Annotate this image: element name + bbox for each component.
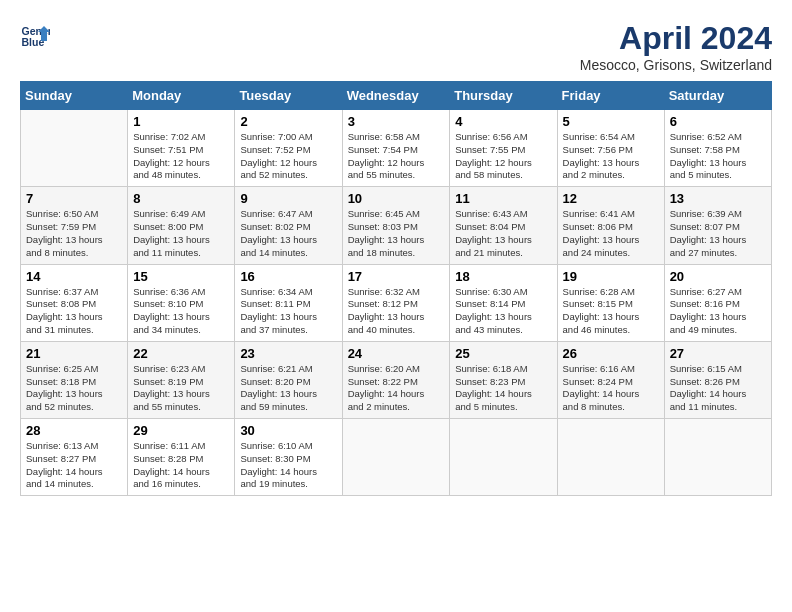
calendar-cell: 19Sunrise: 6:28 AMSunset: 8:15 PMDayligh… — [557, 264, 664, 341]
day-info: Sunrise: 6:43 AMSunset: 8:04 PMDaylight:… — [455, 208, 551, 259]
calendar-week-row: 14Sunrise: 6:37 AMSunset: 8:08 PMDayligh… — [21, 264, 772, 341]
calendar-cell: 21Sunrise: 6:25 AMSunset: 8:18 PMDayligh… — [21, 341, 128, 418]
calendar-cell: 2Sunrise: 7:00 AMSunset: 7:52 PMDaylight… — [235, 110, 342, 187]
day-number: 22 — [133, 346, 229, 361]
calendar-cell: 10Sunrise: 6:45 AMSunset: 8:03 PMDayligh… — [342, 187, 450, 264]
day-info: Sunrise: 6:27 AMSunset: 8:16 PMDaylight:… — [670, 286, 766, 337]
day-number: 6 — [670, 114, 766, 129]
day-number: 24 — [348, 346, 445, 361]
day-number: 23 — [240, 346, 336, 361]
day-info: Sunrise: 6:13 AMSunset: 8:27 PMDaylight:… — [26, 440, 122, 491]
day-info: Sunrise: 6:16 AMSunset: 8:24 PMDaylight:… — [563, 363, 659, 414]
calendar-cell — [557, 419, 664, 496]
day-number: 9 — [240, 191, 336, 206]
day-number: 4 — [455, 114, 551, 129]
logo-icon: General Blue — [20, 20, 50, 50]
calendar-week-row: 1Sunrise: 7:02 AMSunset: 7:51 PMDaylight… — [21, 110, 772, 187]
calendar-cell: 15Sunrise: 6:36 AMSunset: 8:10 PMDayligh… — [128, 264, 235, 341]
day-info: Sunrise: 6:20 AMSunset: 8:22 PMDaylight:… — [348, 363, 445, 414]
calendar-cell — [21, 110, 128, 187]
day-info: Sunrise: 6:11 AMSunset: 8:28 PMDaylight:… — [133, 440, 229, 491]
day-info: Sunrise: 6:52 AMSunset: 7:58 PMDaylight:… — [670, 131, 766, 182]
weekday-header-thursday: Thursday — [450, 82, 557, 110]
calendar-cell: 16Sunrise: 6:34 AMSunset: 8:11 PMDayligh… — [235, 264, 342, 341]
day-info: Sunrise: 6:25 AMSunset: 8:18 PMDaylight:… — [26, 363, 122, 414]
day-number: 1 — [133, 114, 229, 129]
calendar-cell: 5Sunrise: 6:54 AMSunset: 7:56 PMDaylight… — [557, 110, 664, 187]
calendar-cell: 30Sunrise: 6:10 AMSunset: 8:30 PMDayligh… — [235, 419, 342, 496]
calendar-cell: 8Sunrise: 6:49 AMSunset: 8:00 PMDaylight… — [128, 187, 235, 264]
calendar-cell: 3Sunrise: 6:58 AMSunset: 7:54 PMDaylight… — [342, 110, 450, 187]
calendar-week-row: 28Sunrise: 6:13 AMSunset: 8:27 PMDayligh… — [21, 419, 772, 496]
calendar-cell — [450, 419, 557, 496]
day-number: 16 — [240, 269, 336, 284]
day-number: 19 — [563, 269, 659, 284]
weekday-header-row: SundayMondayTuesdayWednesdayThursdayFrid… — [21, 82, 772, 110]
weekday-header-tuesday: Tuesday — [235, 82, 342, 110]
day-number: 3 — [348, 114, 445, 129]
day-info: Sunrise: 6:50 AMSunset: 7:59 PMDaylight:… — [26, 208, 122, 259]
day-info: Sunrise: 6:58 AMSunset: 7:54 PMDaylight:… — [348, 131, 445, 182]
calendar-cell: 1Sunrise: 7:02 AMSunset: 7:51 PMDaylight… — [128, 110, 235, 187]
day-info: Sunrise: 6:23 AMSunset: 8:19 PMDaylight:… — [133, 363, 229, 414]
day-number: 11 — [455, 191, 551, 206]
day-info: Sunrise: 6:10 AMSunset: 8:30 PMDaylight:… — [240, 440, 336, 491]
calendar-week-row: 21Sunrise: 6:25 AMSunset: 8:18 PMDayligh… — [21, 341, 772, 418]
day-number: 21 — [26, 346, 122, 361]
day-number: 7 — [26, 191, 122, 206]
day-info: Sunrise: 6:47 AMSunset: 8:02 PMDaylight:… — [240, 208, 336, 259]
day-number: 10 — [348, 191, 445, 206]
day-number: 29 — [133, 423, 229, 438]
calendar-cell: 20Sunrise: 6:27 AMSunset: 8:16 PMDayligh… — [664, 264, 771, 341]
weekday-header-friday: Friday — [557, 82, 664, 110]
title-area: April 2024 Mesocco, Grisons, Switzerland — [580, 20, 772, 73]
day-number: 26 — [563, 346, 659, 361]
day-info: Sunrise: 6:28 AMSunset: 8:15 PMDaylight:… — [563, 286, 659, 337]
calendar-cell: 23Sunrise: 6:21 AMSunset: 8:20 PMDayligh… — [235, 341, 342, 418]
day-number: 8 — [133, 191, 229, 206]
calendar-week-row: 7Sunrise: 6:50 AMSunset: 7:59 PMDaylight… — [21, 187, 772, 264]
calendar-cell: 14Sunrise: 6:37 AMSunset: 8:08 PMDayligh… — [21, 264, 128, 341]
day-info: Sunrise: 6:36 AMSunset: 8:10 PMDaylight:… — [133, 286, 229, 337]
calendar-cell: 26Sunrise: 6:16 AMSunset: 8:24 PMDayligh… — [557, 341, 664, 418]
day-info: Sunrise: 6:34 AMSunset: 8:11 PMDaylight:… — [240, 286, 336, 337]
day-info: Sunrise: 6:54 AMSunset: 7:56 PMDaylight:… — [563, 131, 659, 182]
weekday-header-saturday: Saturday — [664, 82, 771, 110]
calendar-cell: 13Sunrise: 6:39 AMSunset: 8:07 PMDayligh… — [664, 187, 771, 264]
day-number: 18 — [455, 269, 551, 284]
day-number: 30 — [240, 423, 336, 438]
calendar-cell: 11Sunrise: 6:43 AMSunset: 8:04 PMDayligh… — [450, 187, 557, 264]
day-info: Sunrise: 6:41 AMSunset: 8:06 PMDaylight:… — [563, 208, 659, 259]
svg-text:Blue: Blue — [22, 36, 45, 48]
calendar-cell: 27Sunrise: 6:15 AMSunset: 8:26 PMDayligh… — [664, 341, 771, 418]
day-number: 14 — [26, 269, 122, 284]
day-info: Sunrise: 6:56 AMSunset: 7:55 PMDaylight:… — [455, 131, 551, 182]
calendar-cell: 24Sunrise: 6:20 AMSunset: 8:22 PMDayligh… — [342, 341, 450, 418]
weekday-header-wednesday: Wednesday — [342, 82, 450, 110]
day-info: Sunrise: 6:30 AMSunset: 8:14 PMDaylight:… — [455, 286, 551, 337]
logo: General Blue — [20, 20, 54, 50]
calendar-cell — [664, 419, 771, 496]
calendar-cell: 22Sunrise: 6:23 AMSunset: 8:19 PMDayligh… — [128, 341, 235, 418]
day-info: Sunrise: 6:37 AMSunset: 8:08 PMDaylight:… — [26, 286, 122, 337]
calendar-cell: 4Sunrise: 6:56 AMSunset: 7:55 PMDaylight… — [450, 110, 557, 187]
day-number: 17 — [348, 269, 445, 284]
day-info: Sunrise: 6:45 AMSunset: 8:03 PMDaylight:… — [348, 208, 445, 259]
day-number: 20 — [670, 269, 766, 284]
day-info: Sunrise: 6:18 AMSunset: 8:23 PMDaylight:… — [455, 363, 551, 414]
day-info: Sunrise: 7:00 AMSunset: 7:52 PMDaylight:… — [240, 131, 336, 182]
calendar-cell: 28Sunrise: 6:13 AMSunset: 8:27 PMDayligh… — [21, 419, 128, 496]
location-subtitle: Mesocco, Grisons, Switzerland — [580, 57, 772, 73]
calendar-cell: 29Sunrise: 6:11 AMSunset: 8:28 PMDayligh… — [128, 419, 235, 496]
day-number: 25 — [455, 346, 551, 361]
day-number: 28 — [26, 423, 122, 438]
weekday-header-monday: Monday — [128, 82, 235, 110]
calendar-cell: 7Sunrise: 6:50 AMSunset: 7:59 PMDaylight… — [21, 187, 128, 264]
weekday-header-sunday: Sunday — [21, 82, 128, 110]
day-number: 15 — [133, 269, 229, 284]
day-number: 13 — [670, 191, 766, 206]
day-info: Sunrise: 7:02 AMSunset: 7:51 PMDaylight:… — [133, 131, 229, 182]
day-number: 27 — [670, 346, 766, 361]
day-info: Sunrise: 6:49 AMSunset: 8:00 PMDaylight:… — [133, 208, 229, 259]
month-title: April 2024 — [580, 20, 772, 57]
